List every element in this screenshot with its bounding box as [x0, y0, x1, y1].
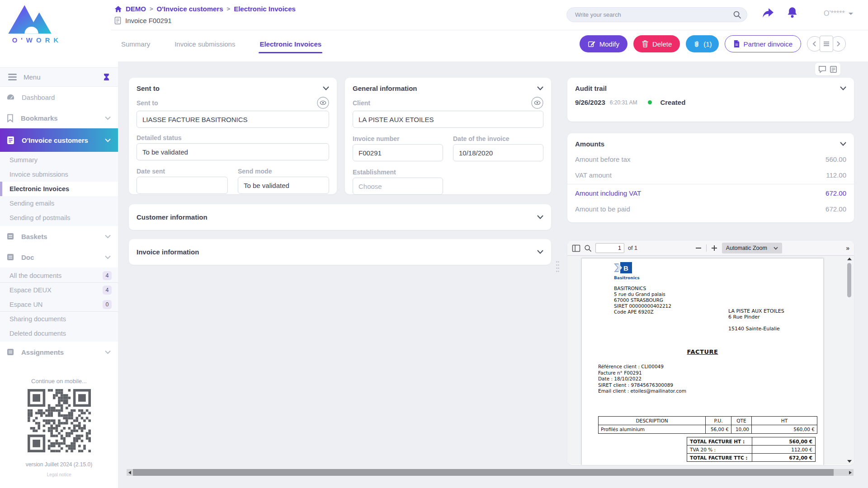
invoice-item-row: Profilés aluminium 56,00 € 10,00 560,00 …	[599, 425, 817, 434]
sidebar-item-assignments[interactable]: Assignments	[0, 342, 118, 362]
sidebar-item-baskets[interactable]: Baskets	[0, 226, 118, 247]
invoice-number-input[interactable]	[353, 144, 443, 161]
pdf-vertical-scrollbar[interactable]	[846, 257, 852, 464]
scroll-right-arrow-icon[interactable]	[849, 471, 852, 474]
breadcrumb: DEMO > O'Invoice customers > Electronic …	[114, 5, 296, 13]
pdf-page-area: B Basitronics BASITRONICS 5 rue du Grand…	[567, 256, 854, 465]
invoice-date-label: Date of the invoice	[453, 135, 509, 142]
sidebar-item-oinvoice-customers[interactable]: O'Invoice customers	[0, 128, 118, 152]
breadcrumb-oinvoice[interactable]: O'Invoice customers	[157, 5, 223, 13]
scrollbar-thumb[interactable]	[133, 469, 834, 476]
pdf-search-icon[interactable]	[584, 244, 592, 252]
page-title-text: Invoice F00291	[125, 17, 172, 24]
breadcrumb-separator: >	[150, 5, 153, 12]
scroll-left-arrow-icon[interactable]	[128, 471, 131, 474]
pdf-tools-expand-icon[interactable]: »	[846, 244, 849, 252]
delete-button[interactable]: Delete	[633, 35, 680, 52]
sidebar-item-doc[interactable]: Doc	[0, 247, 118, 267]
oinvoice-submenu: Summary Invoice submissions Electronic I…	[0, 152, 118, 226]
sidebar-subitem-invoice-submissions[interactable]: Invoice submissions	[0, 167, 118, 182]
app-logo[interactable]: O'WORK	[7, 3, 67, 44]
breadcrumb-home[interactable]: DEMO	[126, 5, 146, 13]
sent-to-input[interactable]	[137, 111, 329, 128]
scrollbar-thumb[interactable]	[847, 263, 851, 297]
scroll-up-arrow-icon[interactable]	[847, 258, 852, 260]
chevron-down-icon	[105, 116, 111, 120]
eye-icon[interactable]	[531, 97, 543, 109]
supplier-address: BASITRONICS 5 rue du Grand palais 67000 …	[614, 286, 671, 315]
dashboard-gauge-icon	[6, 93, 15, 102]
send-mode-input[interactable]	[238, 177, 329, 194]
general-panel-header[interactable]: General information	[345, 78, 551, 96]
amount-value: 672.00	[826, 205, 846, 213]
panel-toggles	[815, 63, 840, 75]
panel-resize-handle[interactable]	[556, 261, 561, 277]
establishment-select[interactable]	[353, 178, 443, 195]
sidebar-subitem-summary[interactable]: Summary	[0, 153, 118, 167]
amount-value: 672.00	[826, 189, 846, 197]
chevron-down-icon	[105, 138, 111, 142]
sidebar-item-dashboard[interactable]: Dashboard	[0, 87, 118, 108]
sidebar-subitem-all-documents[interactable]: All the documents 4	[0, 268, 118, 283]
chevron-down-icon	[105, 235, 111, 239]
notes-icon[interactable]	[830, 66, 837, 73]
modify-button[interactable]: Modify	[580, 35, 627, 52]
client-input[interactable]	[353, 111, 543, 128]
pdf-file-icon	[733, 40, 740, 48]
notifications-bell-icon[interactable]	[787, 6, 798, 19]
invoice-date-input[interactable]	[453, 144, 543, 161]
search-input[interactable]	[575, 11, 733, 18]
customer-information-header[interactable]: Customer information	[129, 204, 551, 230]
subitem-label: Sharing documents	[9, 315, 66, 323]
sidebar-subitem-espace-deux[interactable]: Espace DEUX 4	[0, 283, 118, 297]
pdf-zoom-select[interactable]: Automatic Zoom	[722, 243, 782, 253]
invoice-information-header[interactable]: Invoice information	[129, 239, 551, 265]
legal-notice-link[interactable]: Legal notice	[0, 472, 118, 477]
amounts-header[interactable]: Amounts	[567, 133, 854, 151]
audit-trail-header[interactable]: Audit trail	[567, 78, 854, 96]
recipient-address: LA PISTE AUX ETOILES 6 Rue Pinder 15140 …	[728, 308, 784, 332]
sidebar-subitem-espace-un[interactable]: Espace UN 0	[0, 297, 118, 312]
sent-to-panel-header[interactable]: Sent to	[129, 78, 337, 96]
global-search[interactable]	[566, 7, 747, 22]
sidebar-subitem-sharing-documents[interactable]: Sharing documents	[0, 312, 118, 326]
detailed-status-input[interactable]	[137, 143, 329, 160]
pdf-page-input[interactable]	[595, 243, 624, 253]
hourglass-icon[interactable]	[103, 73, 110, 81]
attachments-button[interactable]: (1)	[686, 35, 718, 52]
user-menu[interactable]: O'*****	[824, 9, 853, 18]
tab-electronic-invoices[interactable]: Electronic Invoices	[259, 38, 322, 54]
chevron-down-icon	[105, 255, 111, 259]
sent-to-panel: Sent to Sent to Detailed status Date sen…	[129, 78, 337, 194]
pdf-sidebar-toggle-icon[interactable]	[572, 244, 580, 252]
breadcrumb-electronic-invoices[interactable]: Electronic Invoices	[234, 5, 296, 13]
scroll-down-arrow-icon[interactable]	[847, 460, 852, 463]
comments-icon[interactable]	[818, 66, 826, 73]
date-sent-input[interactable]	[137, 177, 228, 194]
zoom-out-icon[interactable]	[695, 245, 702, 251]
search-icon[interactable]	[733, 10, 741, 19]
count-badge: 0	[103, 300, 112, 309]
tab-summary[interactable]: Summary	[120, 38, 151, 54]
sidebar-subitem-sending-emails[interactable]: Sending emails	[0, 196, 118, 211]
chevron-left-icon	[812, 41, 817, 47]
tab-invoice-submissions[interactable]: Invoice submissions	[174, 38, 236, 54]
amounts-panel: Amounts Amount before tax 560.00 VAT amo…	[567, 133, 854, 222]
sidebar-item-bookmarks[interactable]: Bookmarks	[0, 108, 118, 128]
qr-code	[28, 389, 91, 452]
partner-invoice-button[interactable]: Partner dinvoice	[725, 35, 801, 52]
date-sent-label: Date sent	[137, 168, 165, 175]
chevron-down-icon	[840, 142, 846, 146]
sidebar-subitem-sending-postmails[interactable]: Sending of postmails	[0, 211, 118, 225]
sidebar-subitem-electronic-invoices[interactable]: Electronic Invoices	[0, 182, 118, 196]
zoom-in-icon[interactable]	[711, 245, 717, 251]
eye-icon[interactable]	[317, 97, 329, 109]
share-icon[interactable]	[762, 7, 774, 18]
menu-toggle[interactable]: Menu	[0, 67, 118, 87]
logo-text: O'WORK	[7, 36, 67, 44]
record-list-button[interactable]	[820, 36, 833, 52]
invoice-module-icon	[6, 136, 15, 145]
sidebar-subitem-deleted-documents[interactable]: Deleted documents	[0, 326, 118, 341]
modify-label: Modify	[599, 40, 619, 48]
horizontal-scrollbar[interactable]	[127, 469, 854, 476]
